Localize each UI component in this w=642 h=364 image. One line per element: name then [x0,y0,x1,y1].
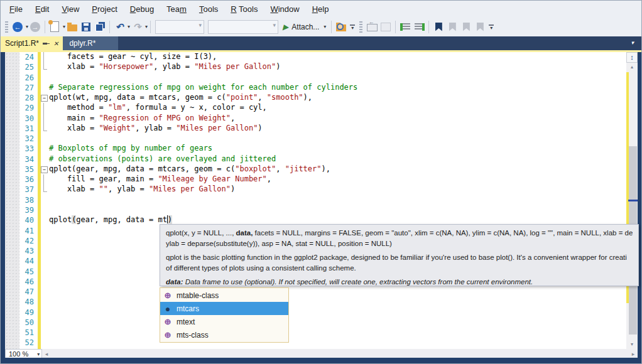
redo-dropdown[interactable] [145,24,148,29]
navigate-backward-button[interactable] [11,20,24,34]
breakpoint-margin[interactable] [5,52,19,349]
solution-configurations-combo[interactable] [155,20,204,34]
menu-team[interactable]: Team [160,2,193,16]
split-editor-handle[interactable] [626,52,638,63]
clear-bookmarks-button[interactable] [474,20,486,34]
new-file-dropdown[interactable] [63,24,65,29]
code-line[interactable] [41,297,628,307]
code-text: method = "lm", formula = y ~ x, color = … [49,103,267,113]
code-line[interactable] [41,134,628,144]
menu-window[interactable]: Window [264,2,305,16]
navigate-to-button[interactable] [366,20,378,34]
code-line[interactable]: fill = gear, main = "Mileage by Gear Num… [41,174,628,185]
bookmark-icon [435,23,442,31]
code-line[interactable]: xlab = "Horsepower", ylab = "Miles per G… [41,62,628,72]
code-line[interactable]: # Separate regressions of mpg on weight … [41,83,628,93]
navigate-forward-button[interactable] [29,20,41,34]
code-line[interactable] [41,205,628,215]
scrollbar-caret-marker [628,200,638,201]
solution-platforms-combo[interactable] [208,20,278,34]
code-line[interactable] [41,338,628,348]
attach-dropdown[interactable] [324,24,326,29]
menu-help[interactable]: Help [306,2,335,16]
menu-project[interactable]: Project [85,2,123,16]
undo-button[interactable] [113,20,126,34]
menu-r-tools[interactable]: R Tools [224,2,264,16]
code-line[interactable] [41,318,628,328]
scroll-up-arrow[interactable] [626,63,638,72]
fold-collapse-box[interactable] [41,93,49,103]
toolbar-grip[interactable] [5,21,8,33]
code-line[interactable]: facets = gear ~ cyl, size = I(3), [41,52,628,62]
save-button[interactable] [80,20,92,34]
pin-icon[interactable] [43,40,50,47]
close-icon[interactable] [53,40,58,47]
code-editor[interactable]: 2425262728293031323334353637383940414243… [1,52,642,349]
new-file-button[interactable] [48,20,61,34]
menu-debug[interactable]: Debug [124,2,160,16]
code-line[interactable] [41,287,628,297]
code-text-area[interactable]: facets = gear ~ cyl, size = I(3), xlab =… [41,52,628,349]
intellisense-completion-list[interactable]: mtable-classmtcarsmtextmts-class [160,287,289,343]
line-number: 24 [19,52,38,62]
code-line[interactable]: # observations (points) are overlayed an… [41,154,628,164]
clear-bookmarks-icon [477,23,484,31]
save-all-button[interactable] [94,20,106,34]
code-text: # observations (points) are overlayed an… [49,154,276,164]
completion-item-label: mtable-class [177,291,219,300]
redo-button[interactable] [131,20,143,34]
previous-bookmark-icon [449,23,456,31]
menu-view[interactable]: View [55,2,85,16]
forward-arrow-icon [30,22,40,32]
fold-outline [41,256,49,266]
menu-tools[interactable]: Tools [193,2,224,16]
code-line[interactable]: # Boxplots of mpg by number of gears [41,144,628,154]
search-solution-button[interactable] [335,20,347,34]
compare-files-icon [381,23,391,31]
compare-button[interactable] [379,20,392,34]
code-text: qplot(gear, mpg, data = mt) [49,215,172,225]
code-line[interactable] [41,73,628,83]
undo-dropdown[interactable] [128,24,130,29]
comment-lines-button[interactable] [399,20,411,34]
line-number: 25 [19,62,38,72]
code-line[interactable] [41,308,628,318]
code-text: facets = gear ~ cyl, size = I(3), [49,52,217,62]
class-icon [163,317,172,326]
code-line[interactable]: xlab = "Weight", ylab = "Miles per Gallo… [41,124,628,134]
fold-collapse-box[interactable] [41,164,49,174]
navigate-backward-dropdown[interactable] [26,24,28,29]
signature-help-tooltip: qplot(x, y = NULL, ..., data, facets = N… [160,224,639,286]
line-number: 39 [19,205,38,215]
toolbar-overflow-button[interactable] [350,24,355,29]
zoom-dropdown-caret[interactable] [37,351,40,357]
code-line[interactable]: qplot(wt, mpg, data = mtcars, geom = c("… [41,93,628,103]
menu-edit[interactable]: Edit [29,2,55,16]
toolbar-grip[interactable] [359,21,362,33]
previous-bookmark-button[interactable] [446,20,459,34]
toggle-bookmark-button[interactable] [432,20,445,34]
code-line[interactable]: method = "lm", formula = y ~ x, color = … [41,103,628,113]
tab-script1[interactable]: Script1.R* [1,36,63,50]
code-line[interactable] [41,195,628,205]
document-list-caret-icon[interactable] [631,40,634,46]
fold-outline [41,205,49,215]
completion-item-mtable-class[interactable]: mtable-class [160,289,288,302]
attach-button[interactable]: Attach... [280,23,329,31]
scroll-down-arrow[interactable] [626,340,638,349]
toolbar-overflow-button[interactable] [489,24,494,29]
completion-item-mts-class[interactable]: mts-class [160,328,288,341]
next-bookmark-button[interactable] [460,20,472,34]
completion-item-mtext[interactable]: mtext [160,315,288,328]
open-file-button[interactable] [66,20,79,34]
vertical-scrollbar[interactable] [626,52,638,349]
menu-file[interactable]: File [3,2,29,16]
completion-item-mtcars[interactable]: mtcars [160,302,288,315]
tab-dplyr[interactable]: dplyr.R* [63,36,118,50]
fold-outline [41,195,49,205]
code-line[interactable] [41,328,628,338]
code-line[interactable]: main = "Regression of MPG on Weight", [41,114,628,124]
uncomment-lines-button[interactable] [413,20,425,34]
code-line[interactable]: xlab = "", ylab = "Miles per Gallon") [41,185,628,195]
code-line[interactable]: qplot(gear, mpg, data = mtcars, geom = c… [41,164,628,174]
